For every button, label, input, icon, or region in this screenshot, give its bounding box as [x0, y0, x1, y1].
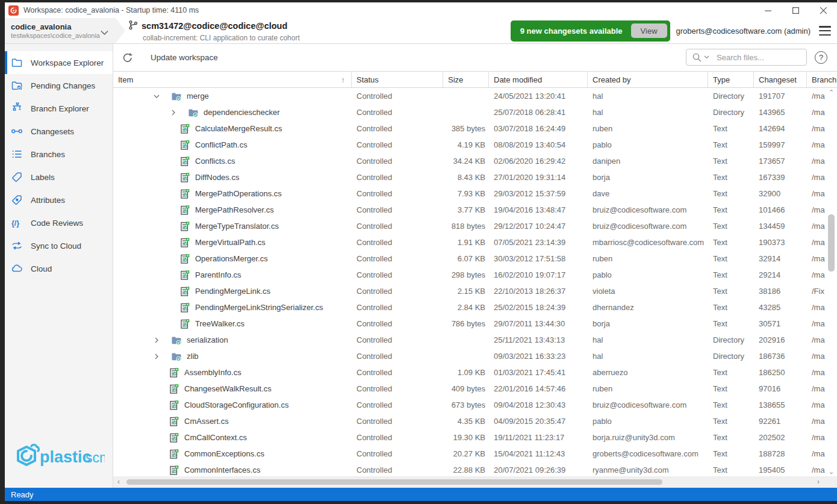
created-by-cell: borja.ruiz@unity3d.com: [588, 429, 708, 446]
sidebar-item-branch-explorer[interactable]: Branch Explorer: [5, 97, 113, 120]
item-name: MergeVirtualPath.cs: [195, 238, 266, 247]
status-cell: Controlled: [352, 88, 443, 104]
table-row[interactable]: dependenciescheckerControlled25/07/2018 …: [113, 104, 837, 120]
column-header-item[interactable]: Item↑: [113, 72, 352, 87]
table-row[interactable]: TreeWalker.csControlled786 bytes29/07/20…: [113, 316, 837, 332]
table-row[interactable]: zlibControlled09/03/2021 16:33:23halDire…: [113, 348, 837, 364]
size-cell: 385 bytes: [443, 120, 489, 137]
changeset-cell: 143965: [754, 104, 807, 120]
column-header-date-modified[interactable]: Date modified: [489, 72, 588, 87]
search-input[interactable]: [715, 52, 806, 63]
size-cell: 4.19 KB: [443, 137, 489, 153]
refresh-icon[interactable]: [122, 52, 134, 64]
table-row[interactable]: MergeTypeTranslator.csControlled818 byte…: [113, 218, 837, 234]
chevron-down-icon[interactable]: [152, 92, 161, 101]
table-row[interactable]: ChangesetWalkResult.csControlled409 byte…: [113, 381, 837, 397]
item-name: CmCallContext.cs: [184, 433, 247, 442]
table-row[interactable]: DiffNodes.csControlled8.43 KB27/01/2020 …: [113, 169, 837, 185]
table-row[interactable]: OperationsMerger.csControlled6.07 KB30/0…: [113, 250, 837, 267]
sidebar-item-cloud[interactable]: Cloud: [5, 257, 113, 280]
sidebar-item-labels[interactable]: Labels: [5, 166, 113, 188]
size-cell: 409 bytes: [443, 381, 489, 397]
sidebar-item-branches[interactable]: Branches: [5, 143, 113, 166]
column-header-changeset[interactable]: Changeset: [754, 72, 807, 87]
column-header-type[interactable]: Type: [708, 72, 754, 87]
table-row[interactable]: CommonExceptions.csControlled20.27 KB15/…: [113, 446, 837, 462]
column-header-branch[interactable]: Branch: [807, 72, 837, 87]
table-row[interactable]: CmAssert.csControlled4.35 KB04/09/2015 2…: [113, 413, 837, 429]
vertical-scrollbar[interactable]: ⌃ ⌄: [827, 87, 836, 477]
table-row[interactable]: PendingMergeLinkStringSerializer.csContr…: [113, 299, 837, 316]
item-cell: MergePathResolver.cs: [113, 202, 352, 218]
table-row[interactable]: CloudStorageConfiguration.csControlled67…: [113, 397, 837, 413]
scroll-down-icon[interactable]: ⌄: [827, 467, 836, 476]
chevron-right-icon[interactable]: [152, 352, 161, 361]
table-row[interactable]: CommonInterfaces.csControlled22.88 KB20/…: [113, 462, 837, 476]
sidebar-item-attributes[interactable]: Attributes: [5, 188, 113, 211]
search-box[interactable]: [686, 49, 807, 66]
table-row[interactable]: MergeVirtualPath.csControlled1.91 KB07/0…: [113, 234, 837, 250]
table-row[interactable]: PendingMergeLink.csControlled2.15 KB22/1…: [113, 283, 837, 299]
update-workspace-button[interactable]: Update workspace: [151, 53, 218, 62]
table-row[interactable]: CmCallContext.csControlled19.30 KB19/11/…: [113, 429, 837, 446]
column-header-status[interactable]: Status: [352, 72, 443, 87]
table-row[interactable]: MergePathOperations.csControlled7.93 KB2…: [113, 185, 837, 202]
search-icon[interactable]: [692, 52, 702, 63]
hamburger-menu-icon[interactable]: [819, 25, 831, 36]
file-icon: [169, 367, 179, 378]
scroll-left-icon[interactable]: ‹: [114, 478, 123, 486]
horizontal-scrollbar-thumb[interactable]: [126, 479, 662, 485]
minimize-button[interactable]: [754, 2, 782, 18]
column-header-size[interactable]: Size: [443, 72, 489, 87]
cloud-icon: [11, 263, 23, 275]
view-changesets-button[interactable]: View: [631, 23, 667, 38]
modified-cell: 15/04/2021 11:12:43: [489, 446, 588, 462]
status-cell: Controlled: [352, 446, 443, 462]
sidebar-item-label: Branches: [31, 150, 65, 159]
scroll-right-icon[interactable]: ›: [814, 478, 823, 486]
sidebar-item-pending-changes[interactable]: Pending Changes: [5, 74, 113, 97]
modified-cell: 22/10/2013 18:26:37: [489, 283, 588, 299]
help-icon[interactable]: ?: [815, 51, 827, 64]
chevron-right-icon[interactable]: [169, 108, 178, 117]
column-header-created-by[interactable]: Created by: [588, 72, 708, 87]
table-row[interactable]: AssemblyInfo.csControlled1.09 KB01/03/20…: [113, 364, 837, 381]
modified-cell: 19/04/2016 13:48:47: [489, 202, 588, 218]
vertical-scrollbar-thumb[interactable]: [828, 214, 835, 272]
table-row[interactable]: Conflicts.csControlled34.24 KB02/06/2020…: [113, 153, 837, 169]
close-button[interactable]: [809, 2, 837, 18]
sidebar-item-sync-to-cloud[interactable]: Sync to Cloud: [5, 234, 113, 257]
folder-icon: [171, 351, 182, 362]
modified-cell: 25/11/2021 13:43:13: [489, 332, 588, 348]
table-row[interactable]: serializationControlled25/11/2021 13:43:…: [113, 332, 837, 348]
sidebar-item-code-reviews[interactable]: {/}Code Reviews: [5, 211, 113, 234]
table-row[interactable]: MergePathResolver.csControlled3.77 KB19/…: [113, 202, 837, 218]
scroll-up-icon[interactable]: ⌃: [827, 88, 836, 96]
status-cell: Controlled: [352, 169, 443, 185]
plasticscm-logo: plastic scm: [13, 441, 105, 474]
workspace-selector[interactable]: codice_avalonia testwkspaces\codice_aval…: [5, 18, 125, 43]
chevron-right-icon[interactable]: [152, 335, 161, 345]
sort-ascending-icon: ↑: [341, 75, 346, 84]
changeset-cell: 202502: [754, 429, 807, 446]
status-cell: Controlled: [352, 364, 443, 381]
changeset-cell: 186736: [754, 348, 807, 364]
sidebar-item-changesets[interactable]: Changesets: [5, 120, 113, 143]
item-cell: CmCallContext.cs: [113, 429, 352, 446]
sidebar-item-workspace-explorer[interactable]: Workspace Explorer: [5, 51, 113, 74]
table-row[interactable]: ConflictPath.csControlled4.19 KB08/08/20…: [113, 137, 837, 153]
search-options-chevron-icon[interactable]: [704, 55, 709, 59]
window-title: Workspace: codice_avalonia - Startup tim…: [23, 6, 199, 14]
table-row[interactable]: ParentInfo.csControlled298 bytes16/02/20…: [113, 267, 837, 283]
changeset-cell: 32900: [754, 185, 807, 202]
horizontal-scrollbar[interactable]: ‹ ›: [113, 476, 837, 488]
maximize-button[interactable]: [782, 2, 809, 18]
status-cell: Controlled: [352, 153, 443, 169]
type-cell: Directory: [708, 348, 754, 364]
changeset-cell: 97016: [754, 381, 807, 397]
table-row[interactable]: mergeControlled24/05/2021 13:20:41halDir…: [113, 88, 837, 104]
table-row[interactable]: CalculateMergeResult.csControlled385 byt…: [113, 120, 837, 137]
type-cell: Directory: [708, 88, 754, 104]
status-cell: Controlled: [352, 429, 443, 446]
title-bar: Workspace: codice_avalonia - Startup tim…: [5, 2, 837, 18]
